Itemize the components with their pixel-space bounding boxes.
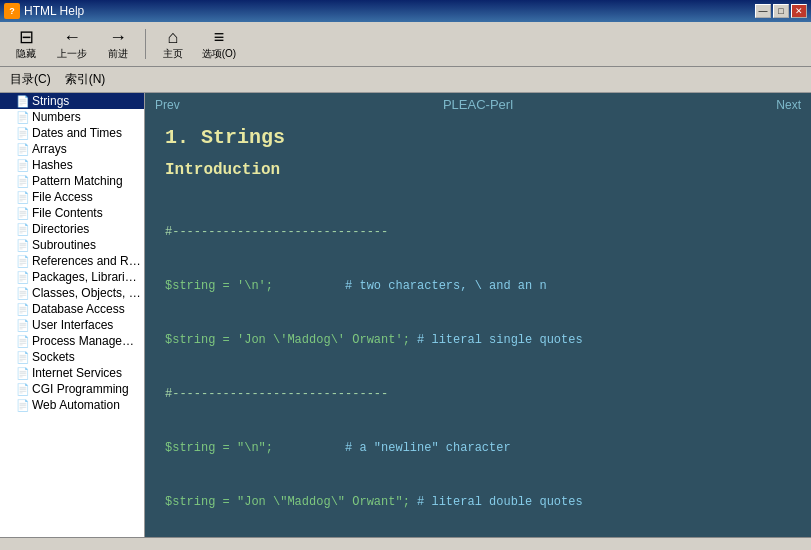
page-icon: 📄 [16, 175, 30, 188]
code-comment: # literal double quotes [417, 495, 583, 509]
sidebar-label-references: References and Reco [32, 254, 142, 268]
sidebar-item-dbaccess[interactable]: 📄 Database Access [0, 301, 144, 317]
sidebar-item-subroutines[interactable]: 📄 Subroutines [0, 237, 144, 253]
intro-title: Introduction [165, 161, 791, 179]
page-icon: 📄 [16, 255, 30, 268]
next-link[interactable]: Next [776, 98, 801, 112]
hide-label: 隐藏 [16, 47, 36, 61]
page-icon: 📄 [16, 335, 30, 348]
sidebar-item-packages[interactable]: 📄 Packages, Libraries, a [0, 269, 144, 285]
code-string: $string = "Jon \"Maddog\" Orwant"; [165, 495, 417, 509]
page-icon: 📄 [16, 127, 30, 140]
forward-icon: → [109, 28, 127, 46]
sidebar-label-userinterfaces: User Interfaces [32, 318, 113, 332]
content-header: Prev PLEAC-Perl Next [145, 93, 811, 116]
sidebar-item-processmgmt[interactable]: 📄 Process Management [0, 333, 144, 349]
window-title: HTML Help [24, 4, 84, 18]
back-button[interactable]: ← 上一步 [50, 25, 94, 63]
page-icon: 📄 [16, 143, 30, 156]
code-separator: #------------------------------ [165, 223, 791, 241]
sidebar-item-fileaccess[interactable]: 📄 File Access [0, 189, 144, 205]
options-icon: ≡ [214, 28, 225, 46]
sidebar-label-classes: Classes, Objects, and [32, 286, 142, 300]
page-icon: 📄 [16, 95, 30, 108]
content-pane[interactable]: Prev PLEAC-Perl Next 1. Strings Introduc… [145, 93, 811, 537]
sidebar-label-numbers: Numbers [32, 110, 81, 124]
page-icon: 📄 [16, 191, 30, 204]
page-icon: 📄 [16, 271, 30, 284]
sidebar-item-numbers[interactable]: 📄 Numbers [0, 109, 144, 125]
options-label: 选项(O) [202, 47, 236, 61]
section-title: 1. Strings [165, 126, 791, 149]
options-button[interactable]: ≡ 选项(O) [197, 25, 241, 63]
code-comment: # literal single quotes [417, 333, 583, 347]
code-line: $string = 'Jon \'Maddog\' Orwant'; # lit… [165, 331, 791, 349]
page-title-top: PLEAC-Perl [443, 97, 513, 112]
sidebar-item-dates[interactable]: 📄 Dates and Times [0, 125, 144, 141]
sidebar-item-filecontents[interactable]: 📄 File Contents [0, 205, 144, 221]
menu-index[interactable]: 索引(N) [59, 69, 112, 90]
content-body: 1. Strings Introduction #---------------… [145, 116, 811, 537]
home-button[interactable]: ⌂ 主页 [151, 25, 195, 63]
forward-button[interactable]: → 前进 [96, 25, 140, 63]
title-bar-left: ? HTML Help [4, 3, 84, 19]
page-icon: 📄 [16, 159, 30, 172]
main-area: 📄 Strings 📄 Numbers 📄 Dates and Times 📄 … [0, 93, 811, 537]
code-line: $string = "\n"; # a "newline" character [165, 439, 791, 457]
sidebar-label-dates: Dates and Times [32, 126, 122, 140]
page-icon: 📄 [16, 351, 30, 364]
prev-link[interactable]: Prev [155, 98, 180, 112]
title-bar: ? HTML Help — □ ✕ [0, 0, 811, 22]
page-icon: 📄 [16, 223, 30, 236]
title-controls: — □ ✕ [755, 4, 807, 18]
statusbar [0, 537, 811, 550]
sidebar-item-userinterfaces[interactable]: 📄 User Interfaces [0, 317, 144, 333]
page-icon: 📄 [16, 303, 30, 316]
sidebar-item-strings[interactable]: 📄 Strings [0, 93, 144, 109]
sidebar-item-webautomation[interactable]: 📄 Web Automation [0, 397, 144, 413]
forward-label: 前进 [108, 47, 128, 61]
sidebar-label-pattern: Pattern Matching [32, 174, 123, 188]
code-line: $string = '\n'; # two characters, \ and … [165, 277, 791, 295]
sidebar-item-directories[interactable]: 📄 Directories [0, 221, 144, 237]
minimize-button[interactable]: — [755, 4, 771, 18]
sidebar-item-cgi[interactable]: 📄 CGI Programming [0, 381, 144, 397]
close-button[interactable]: ✕ [791, 4, 807, 18]
home-icon: ⌂ [168, 28, 179, 46]
hide-button[interactable]: ⊟ 隐藏 [4, 25, 48, 63]
code-comment: # two characters, \ and an n [331, 279, 547, 293]
app-icon: ? [4, 3, 20, 19]
maximize-button[interactable]: □ [773, 4, 789, 18]
page-icon: 📄 [16, 319, 30, 332]
page-icon: 📄 [16, 239, 30, 252]
sidebar-label-filecontents: File Contents [32, 206, 103, 220]
code-line: $string = "Jon \"Maddog\" Orwant"; # lit… [165, 493, 791, 511]
page-icon: 📄 [16, 111, 30, 124]
page-icon: 📄 [16, 287, 30, 300]
sidebar-label-fileaccess: File Access [32, 190, 93, 204]
sidebar-label-arrays: Arrays [32, 142, 67, 156]
sidebar-label-dbaccess: Database Access [32, 302, 125, 316]
sidebar-label-packages: Packages, Libraries, a [32, 270, 142, 284]
code-block-1: #------------------------------ $string … [165, 187, 791, 537]
page-icon: 📄 [16, 207, 30, 220]
sidebar-label-processmgmt: Process Management [32, 334, 142, 348]
menu-contents[interactable]: 目录(C) [4, 69, 57, 90]
sidebar-item-arrays[interactable]: 📄 Arrays [0, 141, 144, 157]
sidebar: 📄 Strings 📄 Numbers 📄 Dates and Times 📄 … [0, 93, 145, 537]
sidebar-label-strings: Strings [32, 94, 69, 108]
hide-icon: ⊟ [19, 28, 34, 46]
sidebar-item-internet[interactable]: 📄 Internet Services [0, 365, 144, 381]
sidebar-label-cgi: CGI Programming [32, 382, 129, 396]
sidebar-label-internet: Internet Services [32, 366, 122, 380]
sidebar-item-sockets[interactable]: 📄 Sockets [0, 349, 144, 365]
sidebar-label-sockets: Sockets [32, 350, 75, 364]
code-separator: #------------------------------ [165, 385, 791, 403]
sidebar-item-hashes[interactable]: 📄 Hashes [0, 157, 144, 173]
sidebar-item-references[interactable]: 📄 References and Reco [0, 253, 144, 269]
back-label: 上一步 [57, 47, 87, 61]
sidebar-label-directories: Directories [32, 222, 89, 236]
sidebar-item-pattern[interactable]: 📄 Pattern Matching [0, 173, 144, 189]
sidebar-item-classes[interactable]: 📄 Classes, Objects, and [0, 285, 144, 301]
code-string: $string = "\n"; [165, 441, 331, 455]
